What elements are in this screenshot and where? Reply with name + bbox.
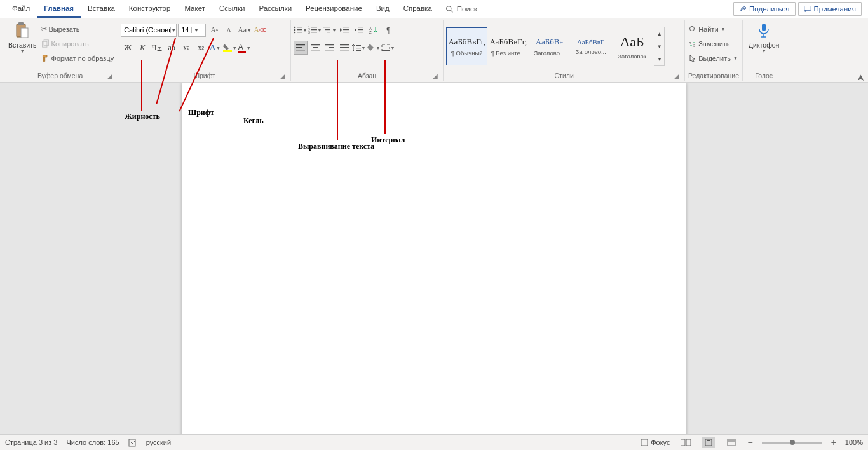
numbering-button[interactable]: 123▼ xyxy=(308,23,322,37)
styles-down-button[interactable]: ▼ xyxy=(654,40,664,53)
svg-rect-37 xyxy=(311,50,320,50)
tab-review[interactable]: Рецензирование xyxy=(299,0,369,18)
annotation-line xyxy=(141,60,142,111)
dictate-button[interactable]: Диктофон▼ xyxy=(745,20,783,55)
proofing-icon[interactable] xyxy=(128,438,137,447)
page-status[interactable]: Страница 3 из 3 xyxy=(5,439,57,446)
styles-up-button[interactable]: ▲ xyxy=(654,27,664,40)
svg-rect-34 xyxy=(296,50,305,50)
launcher-icon[interactable]: ◢ xyxy=(673,72,681,80)
zoom-value[interactable]: 100% xyxy=(845,439,863,446)
web-layout-button[interactable] xyxy=(724,437,738,448)
select-button[interactable]: Выделить▼ xyxy=(688,51,740,65)
launcher-icon[interactable]: ◢ xyxy=(106,72,114,80)
shrink-font-button[interactable]: Aˇ xyxy=(222,23,236,37)
clear-format-button[interactable]: A⌫ xyxy=(253,23,267,37)
document-area xyxy=(0,83,868,434)
replace-button[interactable]: abЗаменить xyxy=(688,36,731,51)
paste-button[interactable]: Вставить ▼ xyxy=(5,20,40,55)
svg-rect-21 xyxy=(323,27,330,27)
svg-rect-32 xyxy=(296,44,305,45)
annotation-bold: Жирность xyxy=(125,112,160,121)
font-size-combo[interactable]: 14▼ xyxy=(178,24,206,37)
align-center-button[interactable] xyxy=(308,41,322,55)
focus-button[interactable]: Фокус xyxy=(641,439,670,446)
line-spacing-button[interactable]: ▼ xyxy=(352,41,366,55)
underline-button[interactable]: Ч▼ xyxy=(150,41,164,55)
launcher-icon[interactable]: ◢ xyxy=(279,72,287,80)
svg-rect-44 xyxy=(356,45,360,46)
grow-font-button[interactable]: A^ xyxy=(207,23,221,37)
svg-rect-42 xyxy=(340,47,349,48)
bold-button[interactable]: Ж xyxy=(121,41,135,55)
svg-line-50 xyxy=(694,31,696,32)
svg-rect-61 xyxy=(728,439,735,446)
svg-point-0 xyxy=(446,6,451,10)
svg-rect-14 xyxy=(297,32,302,32)
bullets-button[interactable]: ▼ xyxy=(294,23,308,37)
subscript-button[interactable]: x2 xyxy=(179,41,193,55)
multilevel-button[interactable]: ▼ xyxy=(323,23,337,37)
word-count[interactable]: Число слов: 165 xyxy=(66,439,119,446)
comments-button[interactable]: Примечания xyxy=(798,2,862,16)
search-box[interactable]: Поиск xyxy=(439,0,484,18)
justify-button[interactable] xyxy=(337,41,351,55)
svg-point-11 xyxy=(294,29,296,31)
find-button[interactable]: Найти▼ xyxy=(688,22,727,36)
styles-more-button[interactable]: ▾ xyxy=(654,53,664,65)
increase-indent-button[interactable] xyxy=(352,23,366,37)
svg-rect-55 xyxy=(641,439,648,446)
read-mode-button[interactable] xyxy=(679,437,693,448)
format-painter-button[interactable]: Формат по образцу xyxy=(40,51,116,65)
launcher-icon[interactable]: ◢ xyxy=(431,72,439,80)
svg-rect-41 xyxy=(340,44,349,45)
tab-layout[interactable]: Макет xyxy=(177,0,212,18)
align-left-button[interactable] xyxy=(294,41,308,55)
tab-home[interactable]: Главная xyxy=(37,0,81,18)
tab-file[interactable]: Файл xyxy=(5,0,37,18)
borders-button[interactable]: ▼ xyxy=(381,41,395,55)
font-color-button[interactable]: A▼ xyxy=(238,41,252,55)
page[interactable] xyxy=(182,83,686,434)
language-status[interactable]: русский xyxy=(146,439,171,446)
collapse-ribbon-button[interactable]: ⮝ xyxy=(857,74,864,81)
tab-mailings[interactable]: Рассылки xyxy=(252,0,299,18)
sort-button[interactable]: AZ xyxy=(367,23,381,37)
tab-view[interactable]: Вид xyxy=(369,0,397,18)
italic-button[interactable]: К xyxy=(135,41,149,55)
tab-help[interactable]: Справка xyxy=(397,0,439,18)
print-layout-button[interactable] xyxy=(702,437,715,448)
tab-references[interactable]: Ссылки xyxy=(212,0,252,18)
zoom-out-button[interactable]: − xyxy=(747,437,752,447)
svg-rect-7 xyxy=(44,40,48,46)
zoom-in-button[interactable]: + xyxy=(831,437,836,447)
font-name-combo[interactable]: Calibri (Основной текст)▼ xyxy=(121,24,177,37)
comment-icon xyxy=(804,5,811,13)
copy-button[interactable]: Копировать xyxy=(40,36,116,51)
zoom-slider[interactable] xyxy=(762,442,822,444)
group-styles: АаБбВвГг,¶ Обычный АаБбВвГг,¶ Без инте..… xyxy=(444,20,685,81)
decrease-indent-button[interactable] xyxy=(337,23,351,37)
style-normal[interactable]: АаБбВвГг,¶ Обычный xyxy=(446,27,487,65)
brush-icon xyxy=(41,54,50,62)
share-button[interactable]: Поделиться xyxy=(733,2,796,16)
highlight-button[interactable]: ▼ xyxy=(223,41,237,55)
style-title[interactable]: АаБЗаголовок xyxy=(611,27,653,65)
style-no-spacing[interactable]: АаБбВвГг,¶ Без инте... xyxy=(487,27,529,65)
annotation-line xyxy=(384,60,386,134)
svg-rect-25 xyxy=(343,29,349,30)
annotation-align: Выравнивание текста xyxy=(298,142,374,151)
style-heading1[interactable]: АаБбВЕЗаголово... xyxy=(529,27,570,65)
tab-insert[interactable]: Вставка xyxy=(81,0,122,18)
svg-rect-24 xyxy=(343,27,349,27)
annotation-line xyxy=(337,60,338,140)
tab-design[interactable]: Конструктор xyxy=(122,0,178,18)
change-case-button[interactable]: Aa▼ xyxy=(238,23,252,37)
shading-button[interactable]: ▼ xyxy=(367,41,381,55)
cut-button[interactable]: ✂ Вырезать xyxy=(40,22,116,36)
svg-rect-2 xyxy=(804,6,811,11)
align-right-button[interactable] xyxy=(323,41,337,55)
svg-rect-27 xyxy=(358,27,363,27)
style-heading2[interactable]: АаБбВвГЗаголово... xyxy=(570,27,611,65)
show-marks-button[interactable]: ¶ xyxy=(381,23,395,37)
